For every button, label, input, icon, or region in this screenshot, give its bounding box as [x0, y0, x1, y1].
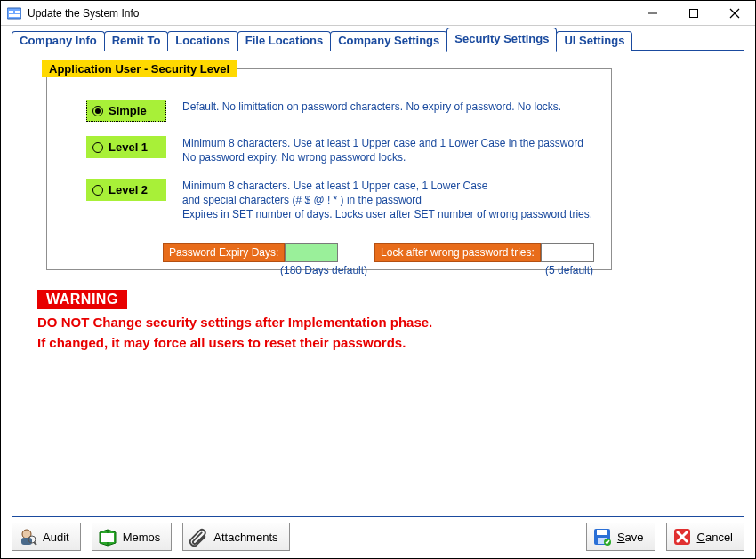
tab-content: Application User - Security Level Simple… [12, 51, 744, 517]
tab-ui-settings[interactable]: UI Settings [556, 31, 632, 51]
option-level1-desc: Minimum 8 characters. Use at least 1 Upp… [182, 136, 583, 164]
security-options: Simple Default. No limittation on passwo… [86, 100, 595, 221]
option-simple-desc: Default. No limittation on password char… [182, 100, 561, 114]
svg-rect-2 [15, 11, 20, 13]
radio-dot-icon [92, 185, 103, 196]
tab-file-locations[interactable]: File Locations [237, 31, 331, 51]
radio-label: Simple [109, 104, 147, 117]
option-level2: Level 2 Minimum 8 characters. Use at lea… [86, 179, 595, 221]
svg-rect-1 [9, 11, 13, 13]
svg-rect-14 [597, 530, 607, 535]
memos-button[interactable]: Memos [92, 523, 173, 551]
warning-line-2: If changed, it may force all users to re… [37, 335, 719, 350]
memos-label: Memos [123, 531, 161, 544]
save-icon [592, 527, 612, 547]
svg-rect-3 [9, 14, 20, 17]
footer: Audit Memos Attachments [12, 521, 744, 553]
tab-security-settings[interactable]: Security Settings [446, 28, 557, 52]
tab-company-settings[interactable]: Company Settings [330, 31, 447, 51]
tab-remit-to[interactable]: Remit To [104, 31, 169, 51]
app-icon [6, 5, 22, 21]
save-label: Save [617, 531, 644, 544]
option-level1: Level 1 Minimum 8 characters. Use at lea… [86, 136, 595, 164]
paperclip-icon [189, 527, 208, 547]
lock-segment: Lock after wrong password tries: (5 defa… [374, 243, 594, 276]
svg-line-11 [34, 542, 36, 545]
option-simple: Simple Default. No limittation on passwo… [86, 100, 595, 122]
cancel-button[interactable]: Cancel [666, 523, 744, 551]
audit-label: Audit [43, 531, 69, 544]
option-level2-desc: Minimum 8 characters. Use at least 1 Upp… [182, 179, 592, 221]
maximize-button[interactable] [673, 1, 714, 26]
tab-locations[interactable]: Locations [167, 31, 237, 51]
window-title: Update the System Info [28, 7, 139, 20]
save-button[interactable]: Save [586, 523, 655, 551]
expiry-segment: Password Expiry Days: (180 Days default) [163, 243, 367, 276]
expiry-row: Password Expiry Days: (180 Days default)… [163, 243, 601, 276]
lock-label: Lock after wrong password tries: [374, 243, 541, 262]
titlebar: Update the System Info [1, 1, 755, 26]
audit-button[interactable]: Audit [12, 523, 81, 551]
radio-simple[interactable]: Simple [86, 100, 166, 122]
radio-label: Level 1 [109, 140, 148, 154]
radio-dot-icon [92, 142, 103, 153]
radio-level1[interactable]: Level 1 [86, 136, 166, 158]
attachments-label: Attachments [213, 531, 277, 544]
warning-block: WARNING DO NOT Change security settings … [37, 290, 719, 350]
expiry-days-input[interactable] [285, 243, 338, 262]
audit-icon [18, 527, 37, 547]
warning-badge: WARNING [37, 290, 127, 309]
cancel-label: Cancel [697, 531, 733, 544]
radio-level2[interactable]: Level 2 [86, 179, 166, 201]
expiry-hint: (180 Days default) [280, 264, 367, 276]
memos-icon [98, 527, 117, 547]
lock-hint: (5 default) [545, 264, 593, 276]
radio-dot-icon [92, 106, 103, 116]
close-button[interactable] [714, 1, 755, 26]
expiry-label: Password Expiry Days: [163, 243, 285, 262]
radio-label: Level 2 [109, 183, 148, 196]
fieldset-legend: Application User - Security Level [42, 60, 237, 77]
security-level-fieldset: Application User - Security Level Simple… [46, 68, 612, 270]
lock-tries-input[interactable] [541, 243, 594, 262]
attachments-button[interactable]: Attachments [182, 523, 289, 551]
svg-rect-12 [101, 533, 114, 542]
cancel-icon [672, 527, 692, 547]
svg-rect-9 [21, 538, 32, 545]
tab-company-info[interactable]: Company Info [12, 31, 105, 51]
tabstrip: Company Info Remit To Locations File Loc… [1, 26, 755, 51]
warning-line-1: DO NOT Change security settings after Im… [37, 315, 719, 330]
minimize-button[interactable] [632, 1, 673, 26]
svg-rect-5 [690, 9, 698, 17]
